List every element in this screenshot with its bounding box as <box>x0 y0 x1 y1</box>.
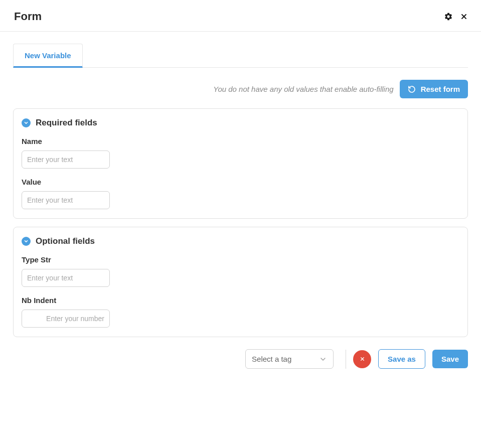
nb-indent-field-group: Nb Indent <box>22 296 459 328</box>
nb-indent-label: Nb Indent <box>22 296 459 305</box>
close-icon <box>360 356 365 362</box>
tab-new-variable[interactable]: New Variable <box>13 44 83 68</box>
name-input[interactable] <box>22 151 110 169</box>
footer-row: Select a tag Save as Save <box>13 349 468 369</box>
required-fields-panel: Required fields Name Value <box>13 108 468 219</box>
value-input[interactable] <box>22 191 110 209</box>
header-actions <box>444 12 468 21</box>
info-text: You do not have any old values that enab… <box>213 85 393 93</box>
name-label: Name <box>22 137 459 145</box>
optional-panel-header: Optional fields <box>22 236 459 246</box>
footer-divider <box>346 350 346 369</box>
value-field-group: Value <box>22 178 459 209</box>
settings-button[interactable] <box>444 12 453 21</box>
reset-form-label: Reset form <box>421 85 460 93</box>
optional-panel-title: Optional fields <box>36 236 95 246</box>
chevron-down-icon <box>24 120 29 125</box>
info-reset-row: You do not have any old values that enab… <box>13 80 468 98</box>
close-button[interactable] <box>460 13 468 21</box>
optional-collapse-toggle[interactable] <box>22 237 31 246</box>
chevron-down-icon <box>319 355 327 363</box>
page-title: Form <box>14 10 42 23</box>
tabs: New Variable <box>13 44 468 68</box>
reset-form-button[interactable]: Reset form <box>400 80 468 98</box>
save-as-button[interactable]: Save as <box>378 349 425 369</box>
nb-indent-input[interactable] <box>22 310 110 328</box>
type-str-field-group: Type Str <box>22 255 459 287</box>
optional-fields-panel: Optional fields Type Str Nb Indent <box>13 227 468 337</box>
required-panel-header: Required fields <box>22 118 459 128</box>
name-field-group: Name <box>22 137 459 169</box>
tag-select-placeholder: Select a tag <box>252 355 291 363</box>
cancel-button[interactable] <box>353 350 371 368</box>
tag-select[interactable]: Select a tag <box>245 349 334 369</box>
required-collapse-toggle[interactable] <box>22 118 31 127</box>
type-str-input[interactable] <box>22 269 110 287</box>
type-str-label: Type Str <box>22 255 459 264</box>
reset-icon <box>408 85 416 93</box>
close-icon <box>460 13 468 21</box>
save-button[interactable]: Save <box>432 350 468 368</box>
chevron-down-icon <box>24 239 29 244</box>
value-label: Value <box>22 178 459 186</box>
header: Form <box>0 0 481 32</box>
gear-icon <box>444 12 453 21</box>
content: New Variable You do not have any old val… <box>0 32 481 381</box>
required-panel-title: Required fields <box>36 118 97 128</box>
